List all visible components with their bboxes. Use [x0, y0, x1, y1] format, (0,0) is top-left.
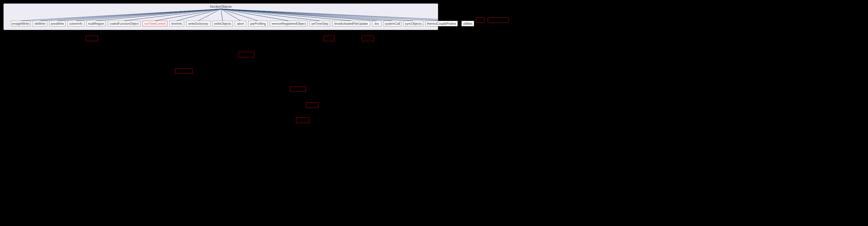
node-n2[interactable]: areaWrite — [49, 21, 65, 26]
outline-box-4[interactable] — [362, 36, 374, 41]
node-label: areaWrite — [51, 22, 64, 25]
node-n4[interactable]: multiRegion — [87, 21, 106, 26]
node-n13[interactable]: setTimeStep — [310, 21, 330, 26]
node-label: writeDictionary — [188, 22, 209, 25]
node-label: writeObjects — [214, 22, 231, 25]
node-n15[interactable]: doc — [372, 21, 381, 26]
node-label: vtkWrite — [34, 22, 45, 25]
outline-box-2[interactable] — [86, 36, 98, 41]
node-n14[interactable]: timeActivatedFileUpdate — [332, 21, 370, 26]
node-n17[interactable]: syncObjects — [403, 21, 423, 26]
node-label: codedFunctionObject — [110, 22, 139, 25]
node-n6[interactable]: runTimeControl — [143, 21, 167, 26]
outline-box-1[interactable] — [488, 17, 508, 23]
node-label: runTimeControl — [145, 22, 166, 25]
outline-box-8[interactable] — [306, 102, 318, 108]
outline-box-5[interactable] — [239, 52, 254, 57]
node-n0[interactable]: ensightWrite — [11, 21, 30, 26]
node-label: setTimeStep — [311, 22, 329, 25]
node-n3[interactable]: solverInfo — [67, 21, 84, 26]
node-n18[interactable]: thermoCoupleProbes — [426, 21, 458, 26]
node-n5[interactable]: codedFunctionObject — [108, 21, 141, 26]
node-n12[interactable]: removeRegisteredObject — [270, 21, 307, 26]
node-label: solverInfo — [69, 22, 83, 25]
node-label: syncObjects — [405, 22, 422, 25]
node-label: parProfiling — [250, 22, 266, 25]
node-label: abort — [237, 22, 244, 25]
node-utilities[interactable]: utilities — [461, 21, 474, 26]
node-n11[interactable]: parProfiling — [248, 21, 268, 26]
node-n8[interactable]: writeDictionary — [186, 21, 210, 26]
outline-box-7[interactable] — [290, 86, 306, 92]
node-n10[interactable]: abort — [235, 21, 246, 26]
outline-box-3[interactable] — [323, 36, 335, 41]
container-title: functionObjects — [4, 5, 438, 8]
node-label: doc — [374, 22, 379, 25]
node-n16[interactable]: systemCall — [384, 21, 401, 26]
node-label: systemCall — [385, 22, 400, 25]
node-label: timeActivatedFileUpdate — [334, 22, 368, 25]
node-n1[interactable]: vtkWrite — [33, 21, 47, 26]
outline-box-0[interactable] — [476, 17, 484, 23]
node-label: thermoCoupleProbes — [427, 22, 457, 25]
node-label: multiRegion — [88, 22, 104, 25]
node-label: utilities — [463, 22, 472, 25]
outline-box-9[interactable] — [296, 117, 310, 123]
node-label: ensightWrite — [12, 22, 29, 25]
outline-box-6[interactable] — [175, 68, 192, 74]
node-label: timeInfo — [172, 22, 183, 25]
node-label: removeRegisteredObject — [272, 22, 306, 25]
node-n7[interactable]: timeInfo — [169, 21, 184, 26]
node-n9[interactable]: writeObjects — [213, 21, 233, 26]
